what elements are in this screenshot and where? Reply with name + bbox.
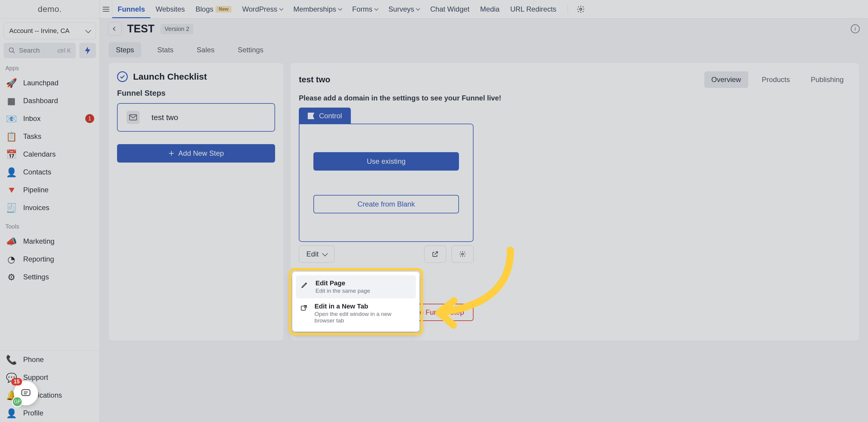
settings-gear-button[interactable] [574, 0, 588, 18]
create-blank-button[interactable]: Create from Blank [313, 195, 459, 213]
topnav-label: Funnels [118, 5, 145, 13]
edit-dropdown-button[interactable]: Edit [299, 245, 335, 263]
search-label: Search [19, 47, 54, 54]
sidebar-item-settings[interactable]: ⚙Settings [0, 268, 99, 286]
sidebar-item-calendars[interactable]: 📅Calendars [0, 145, 99, 163]
topnav-url-redirects[interactable]: URL Redirects [505, 0, 562, 18]
add-step-label: Add New Step [178, 149, 224, 157]
search-shortcut: ctrl K [57, 47, 71, 54]
view-tab-publishing[interactable]: Publishing [804, 71, 851, 88]
reporting-icon: ◔ [5, 253, 17, 265]
main-area: FunnelsWebsitesBlogsNewWordPressMembersh… [100, 0, 868, 422]
launch-checklist-label: Launch Checklist [133, 71, 207, 82]
version-pill: Version 2 [160, 24, 193, 34]
account-label: Account -- Irvine, CA [9, 27, 69, 35]
topnav-funnels[interactable]: Funnels [112, 0, 150, 18]
floating-chat[interactable]: 15 GP [14, 381, 38, 405]
invoices-icon: 🧾 [5, 202, 17, 214]
phone-icon: 📞 [5, 354, 17, 365]
topnav-blogs[interactable]: BlogsNew [190, 0, 237, 18]
flag-icon [308, 113, 314, 119]
nav-label: Invoices [23, 204, 49, 212]
sidebar-item-profile[interactable]: 👤Profile [0, 404, 99, 422]
funnel-tab-stats[interactable]: Stats [150, 42, 181, 58]
nav-label: Launchpad [23, 79, 59, 87]
sidebar-item-marketing[interactable]: 📣Marketing [0, 232, 99, 250]
search-icon [8, 47, 16, 54]
search-input[interactable]: Search ctrl K [4, 43, 76, 58]
topnav-memberships[interactable]: Memberships [288, 0, 347, 18]
add-new-step-button[interactable]: Add New Step [117, 144, 275, 162]
sidebar-item-phone[interactable]: 📞Phone [0, 351, 99, 368]
gear-icon [459, 250, 466, 258]
use-existing-button[interactable]: Use existing [313, 152, 459, 171]
edit-new-tab-option[interactable]: Edit in a New Tab Open the edit window i… [296, 298, 416, 328]
nav-label: Tasks [23, 132, 41, 141]
chevron-down-icon [374, 6, 378, 10]
sidebar-item-inbox[interactable]: 📧Inbox1 [0, 110, 99, 127]
sidebar-item-launchpad[interactable]: 🚀Launchpad [0, 74, 99, 92]
edit-label: Edit [306, 250, 318, 258]
edit-dropdown-menu: Edit Page Edit in the same page Edit in … [292, 272, 420, 332]
view-tab-overview[interactable]: Overview [704, 71, 748, 88]
chevron-down-icon [85, 27, 91, 33]
step-settings-button[interactable] [452, 245, 473, 263]
sidebar-item-pipeline[interactable]: 🔻Pipeline [0, 181, 99, 199]
funnel-tab-settings[interactable]: Settings [230, 42, 271, 58]
detail-card: test two OverviewProductsPublishing Plea… [290, 63, 859, 340]
dd-subtitle: Edit in the same page [315, 288, 370, 294]
check-circle-icon [117, 71, 128, 82]
gear-icon [577, 5, 585, 13]
topnav-label: Forms [352, 5, 373, 13]
chat-icon [20, 387, 32, 399]
sidebar-item-contacts[interactable]: 👤Contacts [0, 163, 99, 181]
sidebar: demo. Account -- Irvine, CA Search ctrl … [0, 0, 100, 422]
control-tab[interactable]: Control [299, 108, 351, 124]
chevron-down-icon [338, 6, 342, 10]
chevron-down-icon [416, 6, 420, 10]
nav-label: Dashboard [23, 97, 58, 105]
launchpad-icon: 🚀 [5, 77, 17, 89]
launch-checklist-row[interactable]: Launch Checklist [117, 71, 275, 82]
nav-label: Support [23, 373, 48, 382]
mail-icon [127, 111, 140, 124]
profile-icon: 👤 [5, 407, 17, 419]
topnav-wordpress[interactable]: WordPress [237, 0, 288, 18]
sidebar-item-dashboard[interactable]: ▦Dashboard [0, 92, 99, 110]
topnav-chat-widget[interactable]: Chat Widget [425, 0, 475, 18]
quick-action-button[interactable] [79, 43, 96, 58]
topnav-label: Memberships [293, 5, 336, 13]
sidebar-item-invoices[interactable]: 🧾Invoices [0, 199, 99, 217]
topnav-media[interactable]: Media [475, 0, 505, 18]
section-tools-title: Tools [0, 217, 99, 232]
view-tab-products[interactable]: Products [755, 71, 797, 88]
svg-point-2 [580, 8, 582, 10]
topnav-label: Websites [156, 5, 185, 13]
nav-label: Profile [23, 409, 43, 417]
svg-rect-6 [22, 390, 30, 396]
sidebar-item-reporting[interactable]: ◔Reporting [0, 250, 99, 268]
editor-box: Use existing Create from Blank [299, 124, 473, 242]
topnav-websites[interactable]: Websites [150, 0, 190, 18]
funnel-step-item[interactable]: test two [117, 103, 275, 132]
topnav-forms[interactable]: Forms [347, 0, 383, 18]
sidebar-toggle[interactable] [100, 0, 112, 18]
new-pill: New [216, 6, 231, 12]
svg-point-0 [9, 48, 13, 52]
topnav-surveys[interactable]: Surveys [383, 0, 425, 18]
control-label: Control [319, 112, 342, 120]
funnel-tab-steps[interactable]: Steps [109, 42, 141, 58]
marketing-icon: 📣 [5, 235, 17, 247]
step-name: test two [152, 113, 178, 122]
plus-icon [168, 150, 175, 157]
nav-label: Settings [23, 273, 49, 281]
open-external-button[interactable] [424, 245, 446, 263]
back-button[interactable] [108, 22, 122, 36]
edit-page-option[interactable]: Edit Page Edit in the same page [296, 275, 416, 298]
funnel-tab-sales[interactable]: Sales [189, 42, 222, 58]
account-selector[interactable]: Account -- Irvine, CA [4, 23, 96, 39]
info-icon[interactable]: i [851, 24, 860, 33]
sidebar-item-tasks[interactable]: 📋Tasks [0, 127, 99, 145]
nav-label: Marketing [23, 237, 54, 245]
nav-label: Pipeline [23, 186, 49, 194]
